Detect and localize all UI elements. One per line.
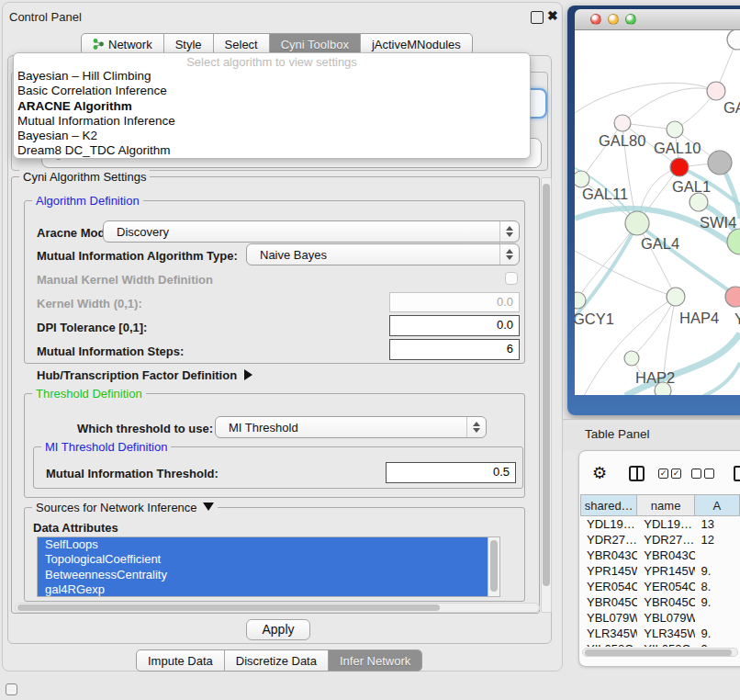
table-cell: 9. xyxy=(695,641,740,647)
tab-network[interactable]: Network xyxy=(82,34,164,54)
table-cell: YPR145W xyxy=(580,563,637,579)
data-attribute-item[interactable]: gal4RGexp xyxy=(38,582,499,597)
table-hscrollbar-thumb[interactable] xyxy=(585,649,732,656)
split-columns-icon[interactable] xyxy=(629,466,645,481)
network-canvas[interactable]: GALGAL80GAL10GAL1GAL11SWI4GAL4GCY1HAP4YH… xyxy=(575,30,740,395)
manual-kernel-checkbox[interactable] xyxy=(505,272,518,285)
minimize-window-icon[interactable] xyxy=(608,14,619,25)
algorithm-popup-item[interactable]: Basic Correlation Inference xyxy=(14,84,530,98)
table-row[interactable]: YDR27…YDR27…12 xyxy=(580,532,740,548)
settings-hscrollbar[interactable] xyxy=(15,603,540,613)
dpi-tolerance-field[interactable]: 0.0 xyxy=(389,315,520,336)
column-header-shared[interactable]: shared… xyxy=(580,494,637,516)
close-window-icon[interactable] xyxy=(590,14,601,25)
algorithm-popup-item[interactable]: ARACNE Algorithm xyxy=(14,99,530,114)
close-panel-icon[interactable]: ✖ xyxy=(547,8,558,23)
tab-cyni-toolbox[interactable]: Cyni Toolbox xyxy=(270,34,361,54)
network-node[interactable] xyxy=(725,287,740,307)
network-edge[interactable] xyxy=(575,83,716,113)
threshold-definition-title: Threshold Definition xyxy=(32,387,146,401)
network-node[interactable] xyxy=(708,151,732,175)
table-row[interactable]: YBR043CYBR043C xyxy=(580,548,740,563)
hub-definition-toggle[interactable]: Hub/Transcription Factor Definition xyxy=(37,368,252,382)
aracne-mode-combo[interactable]: Discovery xyxy=(103,220,520,243)
settings-scrollbar[interactable] xyxy=(541,177,552,613)
network-node[interactable] xyxy=(624,351,639,366)
network-window-titlebar[interactable] xyxy=(575,9,740,30)
network-node[interactable] xyxy=(727,229,740,254)
hide-columns-icon[interactable] xyxy=(691,469,717,485)
zoom-window-icon[interactable] xyxy=(625,14,636,25)
algorithm-dropdown-popup: Select algorithm to view settings Bayesi… xyxy=(13,52,531,159)
table-row[interactable]: YLR345WYLR345W9. xyxy=(580,626,740,641)
table-hscrollbar[interactable] xyxy=(582,648,738,657)
network-edge[interactable] xyxy=(622,88,716,123)
which-threshold-combo[interactable]: MI Threshold xyxy=(215,416,487,438)
data-attribute-item[interactable]: TopologicalCoefficient xyxy=(38,552,499,567)
table-cell: YDL19… xyxy=(580,516,637,532)
network-node[interactable] xyxy=(727,30,740,50)
network-edge[interactable] xyxy=(632,297,676,358)
mi-threshold-field[interactable]: 0.5 xyxy=(386,462,516,483)
table-cell: YDL19… xyxy=(637,516,694,532)
table-cell: 9. xyxy=(695,626,740,641)
tab-infer-network[interactable]: Infer Network xyxy=(329,650,421,671)
tab-jactivemnodules[interactable]: jActiveMNodules xyxy=(361,34,472,54)
table-row[interactable]: YER054CYER054C8. xyxy=(580,579,740,594)
network-node[interactable] xyxy=(614,115,631,131)
tab-discretize-data[interactable]: Discretize Data xyxy=(225,650,329,671)
tab-style[interactable]: Style xyxy=(164,34,214,54)
algorithm-popup-item[interactable]: Bayesian – Hill Climbing xyxy=(14,69,530,84)
mi-threshold-definition-title: MI Threshold Definition xyxy=(41,440,171,454)
network-edge[interactable] xyxy=(577,223,637,300)
show-columns-icon[interactable]: ✓✓ xyxy=(658,469,684,485)
table-cell: YDR27… xyxy=(580,532,637,548)
mi-type-combo[interactable]: Naive Bayes xyxy=(246,243,520,265)
table-cell xyxy=(695,548,740,563)
node-table: shared…nameA YDL19…YDL19…13YDR27…YDR27…1… xyxy=(580,494,740,647)
sources-title[interactable]: Sources for Network Inference xyxy=(32,501,218,514)
column-header-name[interactable]: name xyxy=(637,494,694,516)
tab-select[interactable]: Select xyxy=(214,34,270,54)
algorithm-popup-item[interactable]: Mutual Information Inference xyxy=(14,114,530,129)
network-node[interactable] xyxy=(690,193,708,211)
attributes-scrollbar-thumb[interactable] xyxy=(490,540,498,592)
table-row[interactable]: YIL052CYIL052C9. xyxy=(580,641,740,647)
data-attribute-item[interactable]: BetweennessCentrality xyxy=(38,568,499,582)
network-node[interactable] xyxy=(667,121,683,138)
kernel-width-field[interactable]: 0.0 xyxy=(389,292,520,312)
data-attribute-item[interactable]: SelfLoops xyxy=(38,537,499,552)
network-edge[interactable] xyxy=(575,251,676,297)
network-node[interactable] xyxy=(670,158,689,176)
apply-button[interactable]: Apply xyxy=(246,619,310,640)
table-row[interactable]: YDL19…YDL19…13 xyxy=(580,516,740,532)
table-cell: YIL052C xyxy=(637,641,694,647)
attributes-list-scrollbar[interactable] xyxy=(488,537,499,596)
network-node[interactable] xyxy=(667,288,685,306)
network-node[interactable] xyxy=(707,82,725,100)
gear-icon[interactable]: ⚙ xyxy=(592,463,607,483)
settings-scrollbar-thumb[interactable] xyxy=(543,184,550,586)
table-row[interactable]: YPR145WYPR145W9. xyxy=(580,563,740,579)
collapsed-panel-icon[interactable] xyxy=(6,683,17,695)
document-icon[interactable] xyxy=(734,466,740,481)
table-cell: YER054C xyxy=(637,579,694,594)
network-node[interactable] xyxy=(625,211,649,235)
collapsed-arrow-icon xyxy=(244,369,252,380)
table-row[interactable]: YBR045CYBR045C9. xyxy=(580,594,740,610)
mi-steps-field[interactable]: 6 xyxy=(389,339,520,360)
table-cell: YLR345W xyxy=(580,626,637,641)
tab-impute-data[interactable]: Impute Data xyxy=(137,650,225,671)
mi-threshold-label: Mutual Information Threshold: xyxy=(46,467,219,480)
algorithm-popup-item[interactable]: Dream8 DC_TDC Algorithm xyxy=(14,143,530,158)
network-edge[interactable] xyxy=(703,363,740,395)
float-panel-icon[interactable] xyxy=(531,11,544,24)
algorithm-popup-item[interactable]: Bayesian – K2 xyxy=(14,129,530,143)
settings-hscrollbar-thumb[interactable] xyxy=(17,604,440,611)
network-node[interactable] xyxy=(575,292,586,309)
data-attributes-list[interactable]: SelfLoopsTopologicalCoefficientBetweenne… xyxy=(37,536,500,597)
combo-stepper-icon xyxy=(499,244,519,265)
column-header-A[interactable]: A xyxy=(695,494,740,516)
node-label: GAL80 xyxy=(599,132,645,149)
table-row[interactable]: YBL079WYBL079W xyxy=(580,610,740,626)
